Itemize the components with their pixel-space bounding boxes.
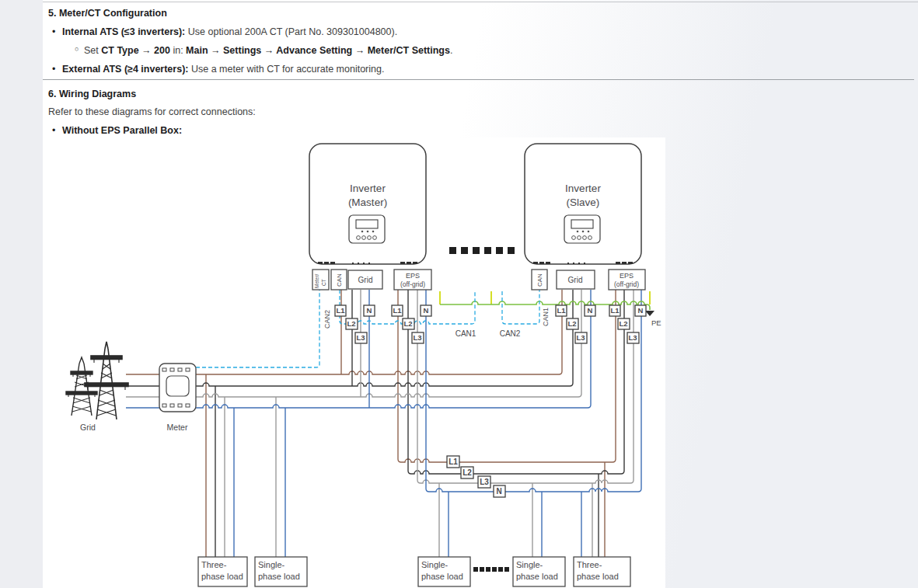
grid-towers-icon [66,342,128,419]
port-eps-label-line1: EPS [406,272,420,280]
l3-label: L3 [356,333,365,342]
wire-l3-gray [126,290,634,557]
bullet2-bold: External ATS (≥4 inverters): [62,64,188,75]
continuation-dots-icon [449,247,515,254]
sub-mid: in: [170,45,186,56]
sub-end: . [450,45,452,56]
load-single-phase-line2: phase load [421,572,463,581]
load-three-phase-right-line2: phase load [577,572,619,581]
l3-label: L3 [480,478,489,486]
inverter-master-label-line2: (Master) [348,197,387,208]
can2-label: CAN2 [500,329,521,338]
can-comm-dashed-lines [196,290,539,367]
l2-label: L2 [347,319,355,328]
sub-bullet-icon: ○ [75,45,79,53]
wiring-diagram-canvas: Inverter (Master) Inverter (Slave) [58,137,665,588]
l2-label: L2 [403,319,412,328]
n-label: N [424,306,429,315]
load-three-phase-right-line1: Three- [577,560,602,569]
l3-label: L3 [413,333,421,342]
l1-label: L1 [393,306,402,315]
n-label: N [638,306,644,315]
n-label: N [367,306,372,315]
bullet-icon: • [52,125,55,136]
load-single-phase-line1: Single- [516,560,543,569]
section5-subbullet: Set CT Type → 200 in: Main → Settings → … [84,45,452,56]
meter-caption: Meter [167,423,188,432]
can1-label: CAN1 [456,329,476,338]
bullet2-text: Use a meter with CT for accurate monitor… [188,64,384,75]
port-meter-ct-label-line1: Meter/ [314,273,319,288]
sub-pre: Set [84,45,101,56]
l2-label: L2 [462,468,472,477]
load-single-phase-line1: Single- [421,560,449,569]
bullet-icon: • [52,64,55,75]
l1-label: L1 [557,306,566,315]
load-continuation-dots-icon [473,567,509,572]
bullet1-bold: Internal ATS (≤3 inverters): [62,26,185,37]
bullet-icon: • [52,26,55,37]
port-grid-label: Grid [358,276,373,284]
port-eps-label-line2: (off-grid) [614,280,639,288]
section5-heading: 5. Meter/CT Configuration [48,8,167,19]
port-eps-label-line1: EPS [620,272,634,280]
port-meter-ct-label-line2: CT [321,279,326,286]
l3-label: L3 [576,333,585,342]
meter-icon [159,364,196,412]
load-three-phase-left-line2: phase load [201,572,243,581]
section5-bullet2: External ATS (≥4 inverters): Use a meter… [62,64,384,75]
port-grid-label: Grid [568,276,583,284]
section6-bullet1: Without EPS Parallel Box: [62,125,182,136]
inverter-slave-label-line2: (Slave) [567,197,600,208]
ground-icon [645,311,654,316]
inverter-master-label-line1: Inverter [350,183,386,194]
wiring-diagram: Inverter (Master) Inverter (Slave) [58,137,665,588]
n-label: N [588,306,593,315]
grid-caption: Grid [80,423,96,432]
section6-heading: 6. Wiring Diagrams [48,89,136,99]
l1-label: L1 [336,306,345,315]
n-label: N [496,487,501,496]
sub-bold1: CT Type → 200 [101,45,170,56]
can1-vertical-label: CAN1 [542,308,550,326]
l1-label: L1 [449,458,458,466]
load-single-phase-line2: phase load [516,572,558,581]
port-can-label: CAN [336,273,343,287]
sub-bold2: Main → Settings → Advance Setting → Mete… [186,45,450,56]
load-single-phase-line2: phase load [258,572,300,581]
can2-vertical-label: CAN2 [323,310,331,329]
pe-label: PE [651,318,661,327]
section5-bullet1: Internal ATS (≤3 inverters): Use optiona… [62,26,397,37]
phase-labels: L1 L2 L3 N L1 L2 L3 N L1 L2 L3 N L1 L2 L… [335,305,646,497]
wire-n-blue [126,290,641,557]
l2-label: L2 [619,319,627,328]
bullet1-text: Use optional 200A CT (Part No. 309301004… [185,26,397,37]
wire-l2-black [126,290,624,557]
document-page: { "doc": { "bullet": "•", "sub_bullet": … [0,0,918,588]
l3-label: L3 [628,333,637,342]
port-eps-label-line2: (off-grid) [400,280,425,288]
section-divider [43,79,914,80]
inverter-slave-label-line1: Inverter [565,183,601,194]
load-single-phase-line1: Single- [258,560,285,569]
load-three-phase-left-line1: Three- [201,560,227,569]
port-can-label: CAN [536,273,543,287]
section6-intro: Refer to these diagrams for correct conn… [48,106,256,117]
l2-label: L2 [567,319,576,328]
l1-label: L1 [610,306,620,315]
